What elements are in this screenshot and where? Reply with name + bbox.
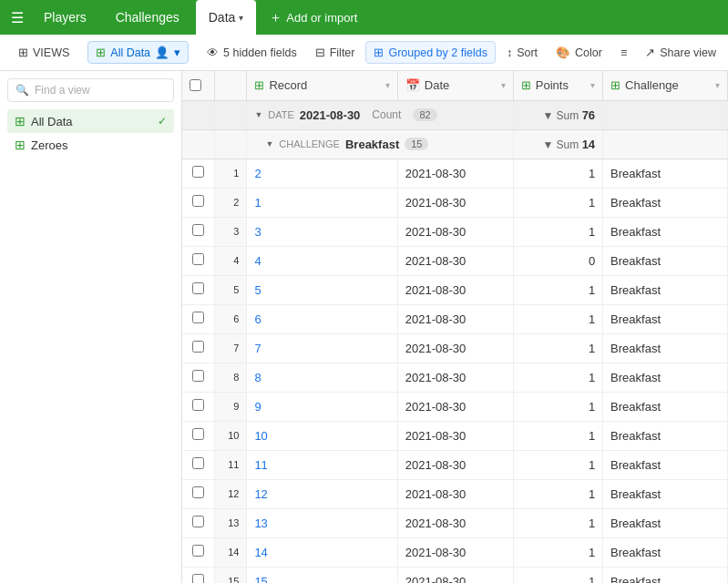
row-checkbox[interactable] (192, 457, 204, 469)
hidden-fields-button[interactable]: 👁 5 hidden fields (200, 43, 304, 63)
row-challenge-cell: Breakfast (603, 508, 728, 537)
row-record-cell[interactable]: 2 (247, 159, 397, 188)
row-points-cell: 1 (513, 188, 602, 217)
density-button[interactable]: ≡ (613, 43, 634, 63)
grouped-button[interactable]: ⊞ Grouped by 2 fields (365, 41, 495, 64)
row-num-cell: 6 (214, 304, 246, 333)
filter-button[interactable]: ⊟ Filter (308, 42, 363, 63)
sidebar-item-zeroes[interactable]: ⊞ Zeroes (7, 133, 174, 157)
row-record-cell[interactable]: 15 (247, 567, 397, 583)
find-view-search[interactable]: 🔍 Find a view (7, 78, 174, 102)
add-or-import-label: Add or import (286, 11, 357, 25)
row-record-cell[interactable]: 13 (247, 508, 397, 537)
row-record-cell[interactable]: 6 (247, 304, 397, 333)
color-button[interactable]: 🎨 Color (549, 42, 610, 63)
row-record-cell[interactable]: 14 (247, 537, 397, 567)
table-row: 14 14 2021-08-30 1 Breakfast (182, 537, 728, 567)
row-record-cell[interactable]: 12 (247, 479, 397, 508)
row-record-val: 3 (254, 225, 261, 239)
row-checkbox[interactable] (192, 574, 204, 583)
challenge-sum-label: ▼ Sum (542, 138, 581, 151)
challenge-sum-val: 14 (582, 138, 595, 151)
all-data-button[interactable]: ⊞ All Data 👤 ▾ (87, 41, 189, 64)
row-date-cell: 2021-08-30 (397, 363, 513, 392)
sort-button[interactable]: ↕ Sort (499, 43, 545, 63)
share-view-button[interactable]: ↗ Share view (638, 42, 723, 63)
col-header-date[interactable]: 📅 Date ▾ (397, 71, 513, 100)
row-record-val: 13 (254, 517, 267, 530)
row-record-val: 6 (254, 312, 261, 326)
col-header-points[interactable]: ⊞ Points ▾ (513, 71, 602, 100)
zeroes-sidebar-icon: ⊞ (15, 138, 26, 152)
row-record-cell[interactable]: 10 (247, 421, 397, 450)
col-header-record[interactable]: ⊞ Record ▾ (247, 71, 397, 100)
row-challenge-cell: Breakfast (603, 304, 728, 333)
row-record-cell[interactable]: 8 (247, 363, 397, 392)
main-layout: 🔍 Find a view ⊞ All Data ✓ ⊞ Zeroes (0, 71, 728, 583)
row-checkbox[interactable] (192, 399, 204, 411)
row-record-cell[interactable]: 1 (247, 188, 397, 217)
tab-data[interactable]: Data ▾ (196, 0, 257, 35)
table-row: 1 2 2021-08-30 1 Breakfast (182, 159, 728, 188)
row-record-cell[interactable]: 7 (247, 333, 397, 363)
row-points-cell: 1 (513, 508, 602, 537)
date-group-triangle: ▼ (254, 110, 262, 119)
row-checkbox[interactable] (192, 341, 204, 353)
record-col-arrow: ▾ (385, 80, 390, 90)
hidden-fields-label: 5 hidden fields (223, 46, 297, 59)
table-row: 5 5 2021-08-30 1 Breakfast (182, 275, 728, 304)
views-button[interactable]: ⊞ VIEWS (11, 42, 77, 63)
row-challenge-cell: Breakfast (603, 392, 728, 421)
tab-players[interactable]: Players (31, 0, 99, 35)
row-points-cell: 1 (513, 333, 602, 363)
challenge-group-value: Breakfast (345, 138, 399, 151)
row-checkbox[interactable] (192, 545, 204, 557)
row-checkbox-cell (182, 450, 214, 479)
date-group-label-cell[interactable]: ▼ DATE 2021-08-30 Count 82 (247, 100, 513, 129)
hamburger-icon[interactable]: ☰ (7, 5, 27, 30)
row-checkbox[interactable] (192, 428, 204, 440)
row-checkbox[interactable] (192, 312, 204, 323)
col-header-challenge[interactable]: ⊞ Challenge ▾ (603, 71, 728, 100)
row-record-cell[interactable]: 9 (247, 392, 397, 421)
table-row: 10 10 2021-08-30 1 Breakfast (182, 421, 728, 450)
toolbar: ⊞ VIEWS ⊞ All Data 👤 ▾ 👁 5 hidden fields… (0, 35, 728, 71)
row-checkbox[interactable] (192, 166, 204, 178)
col-header-rownum (214, 71, 246, 100)
row-record-cell[interactable]: 3 (247, 217, 397, 246)
row-record-cell[interactable]: 4 (247, 246, 397, 275)
row-checkbox[interactable] (192, 282, 204, 294)
table-row: 7 7 2021-08-30 1 Breakfast (182, 333, 728, 363)
row-points-cell: 1 (513, 479, 602, 508)
row-points-cell: 1 (513, 304, 602, 333)
tab-challenges[interactable]: Challenges (103, 0, 192, 35)
row-record-val: 5 (254, 283, 261, 297)
row-points-cell: 1 (513, 567, 602, 583)
row-points-cell: 1 (513, 537, 602, 567)
row-date-cell: 2021-08-30 (397, 275, 513, 304)
select-all-checkbox[interactable] (190, 79, 201, 91)
table-row: 15 15 2021-08-30 1 Breakfast (182, 567, 728, 583)
add-or-import-button[interactable]: ＋ Add or import (260, 5, 366, 31)
row-record-val: 10 (254, 429, 267, 443)
grouped-label: Grouped by 2 fields (388, 46, 487, 59)
row-checkbox[interactable] (192, 486, 204, 498)
row-checkbox[interactable] (192, 370, 204, 382)
sort-label: Sort (517, 46, 538, 59)
date-col-label: Date (425, 78, 449, 92)
date-group-challenge-cell (603, 100, 728, 129)
row-checkbox[interactable] (192, 195, 204, 207)
table-row: 2 1 2021-08-30 1 Breakfast (182, 188, 728, 217)
row-checkbox[interactable] (192, 516, 204, 527)
row-checkbox-cell (182, 217, 214, 246)
row-challenge-cell: Breakfast (603, 246, 728, 275)
challenge-group-label-cell[interactable]: ▼ CHALLENGE Breakfast 15 (247, 129, 513, 159)
row-checkbox[interactable] (192, 224, 204, 236)
row-record-cell[interactable]: 5 (247, 275, 397, 304)
tab-data-label: Data (209, 10, 236, 25)
sidebar-item-all-data[interactable]: ⊞ All Data ✓ (7, 109, 174, 133)
challenge-group-checkbox-cell (182, 129, 214, 159)
row-checkbox[interactable] (192, 253, 204, 265)
row-record-cell[interactable]: 11 (247, 450, 397, 479)
row-num-cell: 12 (214, 479, 246, 508)
